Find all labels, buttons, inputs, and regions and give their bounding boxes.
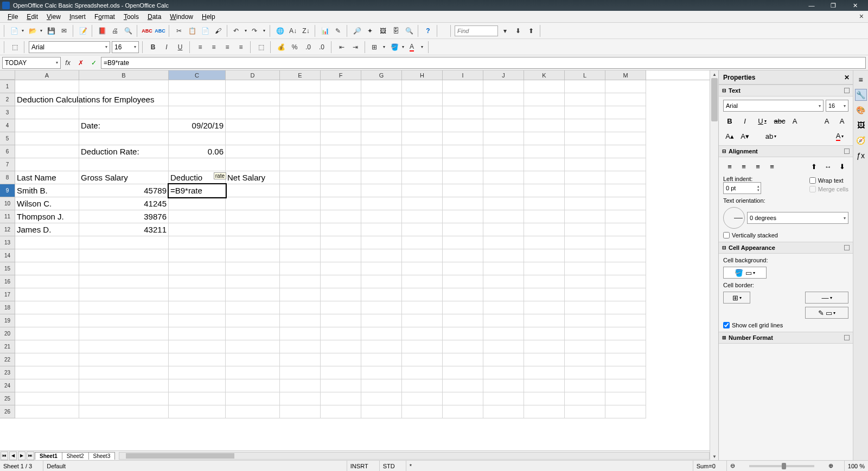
- column-header-M[interactable]: M: [605, 70, 646, 80]
- add-decimal-button[interactable]: .0: [302, 41, 314, 53]
- row-header-17[interactable]: 17: [0, 288, 15, 301]
- properties-deck-icon[interactable]: 🔧: [855, 89, 867, 101]
- cell-I1[interactable]: [443, 80, 483, 93]
- cell-L18[interactable]: [565, 301, 605, 314]
- sidebar-shadow-button[interactable]: A: [788, 115, 801, 127]
- orientation-dial[interactable]: [723, 207, 745, 229]
- sidebar-fontsize-combo[interactable]: 16: [826, 100, 848, 112]
- sidebar-superscript-button[interactable]: A: [820, 115, 833, 127]
- cell-A6[interactable]: [15, 145, 79, 158]
- cell-E5[interactable]: [280, 132, 321, 145]
- cell-F26[interactable]: [321, 405, 361, 418]
- cell-B1[interactable]: [79, 80, 169, 93]
- column-header-B[interactable]: B: [79, 70, 169, 80]
- cell-E22[interactable]: [280, 353, 321, 366]
- cell-I14[interactable]: [443, 249, 483, 262]
- show-draw-functions-button[interactable]: ✎: [332, 25, 344, 37]
- cell-B7[interactable]: [79, 158, 169, 171]
- cell-J5[interactable]: [483, 132, 524, 145]
- cell-B3[interactable]: [79, 106, 169, 119]
- cell-I17[interactable]: [443, 288, 483, 301]
- cell-I6[interactable]: [443, 145, 483, 158]
- column-header-G[interactable]: G: [361, 70, 402, 80]
- cell-D15[interactable]: [226, 262, 280, 275]
- cell-L16[interactable]: [565, 275, 605, 288]
- decrease-indent-button[interactable]: ⇤: [336, 41, 348, 53]
- cell-K22[interactable]: [524, 353, 565, 366]
- cell-G19[interactable]: [361, 314, 402, 327]
- cell-J18[interactable]: [483, 301, 524, 314]
- cell-K17[interactable]: [524, 288, 565, 301]
- row-header-23[interactable]: 23: [0, 366, 15, 379]
- cell-G20[interactable]: [361, 327, 402, 340]
- cell-D8[interactable]: Net Salary: [226, 171, 280, 184]
- panel-numberformat-header[interactable]: ⊞Number Format: [719, 332, 853, 344]
- name-box[interactable]: TODAY: [2, 57, 61, 69]
- cell-C20[interactable]: [169, 327, 226, 340]
- cell-F5[interactable]: [321, 132, 361, 145]
- indent-spinner[interactable]: 0 pt: [723, 182, 761, 194]
- cell-H12[interactable]: [402, 223, 443, 236]
- cell-A21[interactable]: [15, 340, 79, 353]
- column-header-D[interactable]: D: [226, 70, 280, 80]
- cell-J8[interactable]: [483, 171, 524, 184]
- panel-alignment-header[interactable]: ⊟Alignment: [719, 145, 853, 157]
- cell-G3[interactable]: [361, 106, 402, 119]
- edit-file-button[interactable]: 📝: [77, 25, 89, 37]
- cell-L17[interactable]: [565, 288, 605, 301]
- cell-H21[interactable]: [402, 340, 443, 353]
- cell-C4[interactable]: 09/20/19: [169, 119, 226, 132]
- cell-J1[interactable]: [483, 80, 524, 93]
- sheet-tab-sheet1[interactable]: Sheet1: [35, 452, 62, 460]
- menu-insert[interactable]: Insert: [65, 12, 90, 22]
- zoom-level[interactable]: 100 %: [844, 461, 865, 471]
- row-header-18[interactable]: 18: [0, 301, 15, 314]
- cell-D22[interactable]: [226, 353, 280, 366]
- borders-button[interactable]: ⊞: [369, 41, 387, 53]
- cell-B9[interactable]: 45789: [79, 184, 169, 197]
- cell-B20[interactable]: [79, 327, 169, 340]
- font-color-button[interactable]: A: [407, 41, 425, 53]
- cell-I18[interactable]: [443, 301, 483, 314]
- cell-E15[interactable]: [280, 262, 321, 275]
- sidebar-subscript-button[interactable]: A: [835, 115, 848, 127]
- cell-M3[interactable]: [605, 106, 646, 119]
- cell-I2[interactable]: [443, 93, 483, 106]
- cell-I7[interactable]: [443, 158, 483, 171]
- cell-C11[interactable]: [169, 210, 226, 223]
- cell-G16[interactable]: [361, 275, 402, 288]
- cell-H14[interactable]: [402, 249, 443, 262]
- cell-B4[interactable]: Date:: [79, 119, 169, 132]
- cell-I4[interactable]: [443, 119, 483, 132]
- column-header-C[interactable]: C: [169, 70, 226, 80]
- cell-L11[interactable]: [565, 210, 605, 223]
- cell-K11[interactable]: [524, 210, 565, 223]
- paste-button[interactable]: 📄: [199, 25, 211, 37]
- cell-J6[interactable]: [483, 145, 524, 158]
- cell-I3[interactable]: [443, 106, 483, 119]
- sidebar-fontcolor-button[interactable]: A: [831, 130, 848, 142]
- cell-J19[interactable]: [483, 314, 524, 327]
- cell-J22[interactable]: [483, 353, 524, 366]
- cell-A4[interactable]: [15, 119, 79, 132]
- align-bottom-button[interactable]: ⬇: [835, 160, 848, 172]
- row-header-12[interactable]: 12: [0, 223, 15, 236]
- panel-text-header[interactable]: ⊟Text: [719, 85, 853, 96]
- cell-D5[interactable]: [226, 132, 280, 145]
- cell-A11[interactable]: Thompson J.: [15, 210, 79, 223]
- cell-B5[interactable]: [79, 132, 169, 145]
- cell-B25[interactable]: [79, 392, 169, 405]
- cell-K25[interactable]: [524, 392, 565, 405]
- cell-C3[interactable]: [169, 106, 226, 119]
- cell-C5[interactable]: [169, 132, 226, 145]
- cell-E13[interactable]: [280, 236, 321, 249]
- formula-input[interactable]: =B9*rate: [101, 57, 866, 69]
- close-button[interactable]: ✕: [844, 0, 866, 11]
- cell-I26[interactable]: [443, 405, 483, 418]
- styles-button[interactable]: ⬚: [9, 41, 21, 53]
- cell-G17[interactable]: [361, 288, 402, 301]
- cell-A19[interactable]: [15, 314, 79, 327]
- cell-L23[interactable]: [565, 366, 605, 379]
- cell-E6[interactable]: [280, 145, 321, 158]
- cell-E25[interactable]: [280, 392, 321, 405]
